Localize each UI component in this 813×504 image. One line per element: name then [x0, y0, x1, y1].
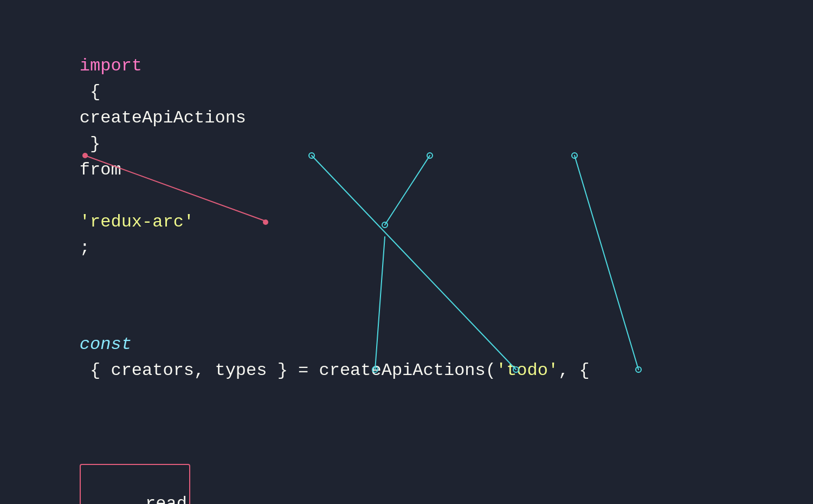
keyword-const: const [80, 334, 132, 354]
space [80, 186, 90, 206]
code-container: import { createApiActions } from 'redux-… [0, 0, 813, 504]
read-label: read [145, 494, 187, 504]
indent-bar [80, 441, 100, 461]
destructure: { creators, types } = createApiActions( [80, 360, 496, 380]
fn-create-api: createApiActions [80, 108, 246, 128]
line-import: import { createApiActions } from 'redux-… [38, 27, 775, 287]
box-read: read [80, 464, 190, 504]
module-name: 'redux-arc' [80, 212, 194, 232]
semicolon: ; [80, 238, 90, 258]
keyword-from: from [80, 160, 121, 180]
comma-brace: , { [558, 360, 590, 380]
line-const: const { creators, types } = createApiAct… [38, 306, 775, 410]
todo-string: 'todo' [496, 360, 558, 380]
brace-close: } [80, 134, 111, 154]
keyword-import: import [80, 56, 142, 76]
brace-open: { [80, 82, 111, 102]
line-read: read : { url: 'path/to/to-do/:id' , meth… [38, 412, 775, 504]
